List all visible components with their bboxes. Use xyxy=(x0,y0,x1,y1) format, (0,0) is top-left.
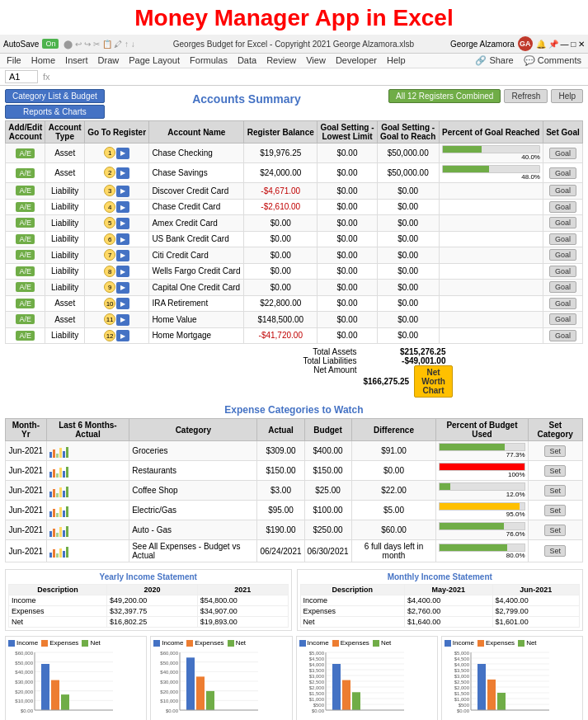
ae-button[interactable]: A/E xyxy=(16,266,35,276)
ae-button[interactable]: A/E xyxy=(16,148,35,158)
goal-target: $50,000.00 xyxy=(377,163,439,183)
set-goal-button[interactable]: Goal xyxy=(549,167,576,179)
menu-home[interactable]: Home xyxy=(31,55,55,66)
ae-button[interactable]: A/E xyxy=(16,218,35,228)
sparkline-cell xyxy=(46,520,129,540)
help-button[interactable]: Help xyxy=(551,89,583,103)
set-goal-button[interactable]: Goal xyxy=(549,148,576,159)
ae-button[interactable]: A/E xyxy=(16,299,35,308)
go-to-register-button[interactable]: ▶ xyxy=(116,233,129,245)
user-avatar: GA xyxy=(518,36,533,51)
menu-data[interactable]: Data xyxy=(238,55,256,66)
go-to-register-button[interactable]: ▶ xyxy=(116,330,129,341)
menu-view[interactable]: View xyxy=(306,55,326,66)
set-goal-button[interactable]: Goal xyxy=(549,185,576,196)
register-number: 12 xyxy=(104,330,115,341)
chart-svg: $5,000$4,500$4,000$3,500$3,000$2,500$2,0… xyxy=(299,648,435,718)
register-balance: $148,500.00 xyxy=(244,312,318,328)
set-goal-button[interactable]: Goal xyxy=(549,313,576,325)
menu-draw[interactable]: Draw xyxy=(98,55,120,66)
set-category-button[interactable]: Set xyxy=(544,485,566,496)
goal-low: $0.00 xyxy=(318,144,378,163)
go-to-register-button[interactable]: ▶ xyxy=(116,201,129,213)
ae-button[interactable]: A/E xyxy=(16,202,35,212)
set-category-button[interactable]: Set xyxy=(544,465,566,477)
set-category-button[interactable]: Set xyxy=(544,525,566,536)
expense-month: Jun-2021 xyxy=(6,520,47,540)
goal-percent-cell: 48.0% xyxy=(439,163,543,183)
expense-pct-cell: 76.0% xyxy=(436,520,528,540)
menu-share[interactable]: 🔗 Share xyxy=(475,55,513,66)
set-goal-button[interactable]: Goal xyxy=(549,249,576,261)
table-row: A/ELiability7▶Citi Credit Card$0.00$0.00… xyxy=(6,247,583,264)
go-to-register-button[interactable]: ▶ xyxy=(116,148,129,159)
ae-button[interactable]: A/E xyxy=(16,282,35,292)
expense-budget: $25.00 xyxy=(304,481,351,501)
menu-file[interactable]: File xyxy=(7,55,21,66)
cell-reference[interactable]: A1 xyxy=(5,70,38,83)
go-to-register-button[interactable]: ▶ xyxy=(116,167,129,179)
net-worth-chart-button[interactable]: Net Worth Chart xyxy=(414,365,453,398)
category-list-button[interactable]: Category List & Budget xyxy=(5,89,105,103)
autosave-badge: On xyxy=(42,39,59,49)
menu-insert[interactable]: Insert xyxy=(65,55,88,66)
net-label: Net Amount xyxy=(313,365,356,374)
net-value: $166,275.25 xyxy=(364,377,410,386)
set-category-button[interactable]: Set xyxy=(544,505,566,516)
menu-developer[interactable]: Developer xyxy=(336,55,377,66)
set-goal-button[interactable]: Goal xyxy=(549,266,576,277)
legend-label: Income xyxy=(308,639,329,647)
account-name: Home Mortgage xyxy=(149,327,244,344)
set-goal-button[interactable]: Goal xyxy=(549,233,576,245)
legend-color-dot xyxy=(153,640,160,647)
refresh-button[interactable]: Refresh xyxy=(504,89,548,103)
set-goal-button[interactable]: Goal xyxy=(549,217,576,228)
expense-category: See All Expenses - Budget vs Actual xyxy=(129,540,257,562)
expense-month: Jun-2021 xyxy=(6,441,47,461)
set-goal-button[interactable]: Goal xyxy=(549,298,576,309)
legend-color-dot xyxy=(228,640,234,647)
ae-button[interactable]: A/E xyxy=(16,168,35,178)
chart-bar xyxy=(61,694,69,710)
menu-help[interactable]: Help xyxy=(387,55,406,66)
expense-diff: $60.00 xyxy=(351,520,436,540)
assets-label: Total Assets xyxy=(313,347,356,356)
ae-button[interactable]: A/E xyxy=(16,314,35,324)
menu-page-layout[interactable]: Page Layout xyxy=(129,55,180,66)
set-goal-button[interactable]: Goal xyxy=(549,330,576,341)
ae-button[interactable]: A/E xyxy=(16,186,35,195)
goal-low: $0.00 xyxy=(318,247,378,264)
go-to-register-button[interactable]: ▶ xyxy=(116,298,129,309)
ae-button[interactable]: A/E xyxy=(16,331,35,341)
go-to-register-button[interactable]: ▶ xyxy=(116,186,129,197)
income-section: Yearly Income Statement Description 2020… xyxy=(5,569,583,631)
go-to-register-button[interactable]: ▶ xyxy=(116,250,129,261)
legend-item: Expenses xyxy=(186,639,223,647)
menu-comments[interactable]: 💬 Comments xyxy=(524,55,581,66)
ae-button[interactable]: A/E xyxy=(16,250,35,260)
menu-formulas[interactable]: Formulas xyxy=(190,55,228,66)
reports-charts-button[interactable]: Reports & Charts xyxy=(5,105,105,119)
all-registers-button[interactable]: All 12 Registers Combined xyxy=(388,89,501,103)
go-to-register-button[interactable]: ▶ xyxy=(116,218,129,229)
set-category-button[interactable]: Set xyxy=(544,545,566,557)
expense-category: Coffee Shop xyxy=(129,481,257,501)
col-low: Goal Setting -Lowest Limit xyxy=(318,121,378,144)
legend-label: Expenses xyxy=(49,639,78,647)
svg-text:$4,000: $4,000 xyxy=(308,662,324,667)
yi-col-2020: 2020 xyxy=(107,585,198,595)
set-goal-button[interactable]: Goal xyxy=(549,281,576,293)
table-row: A/EAsset1▶Chase Checking$19,976.25$0.00$… xyxy=(6,144,583,163)
set-goal-button[interactable]: Goal xyxy=(549,201,576,213)
yearly-income-block: Yearly Income Statement Description 2020… xyxy=(5,569,292,631)
set-category-button[interactable]: Set xyxy=(544,445,566,457)
go-to-register-button[interactable]: ▶ xyxy=(116,314,129,326)
menu-review[interactable]: Review xyxy=(266,55,296,66)
register-balance: $0.00 xyxy=(244,247,318,264)
table-row: A/ELiability8▶Wells Fargo Credit Card$0.… xyxy=(6,263,583,280)
go-to-register-button[interactable]: ▶ xyxy=(116,266,129,277)
svg-text:$2,500: $2,500 xyxy=(308,680,324,685)
exp-col-diff: Difference xyxy=(351,419,436,441)
go-to-register-button[interactable]: ▶ xyxy=(116,282,129,294)
ae-button[interactable]: A/E xyxy=(16,234,35,244)
